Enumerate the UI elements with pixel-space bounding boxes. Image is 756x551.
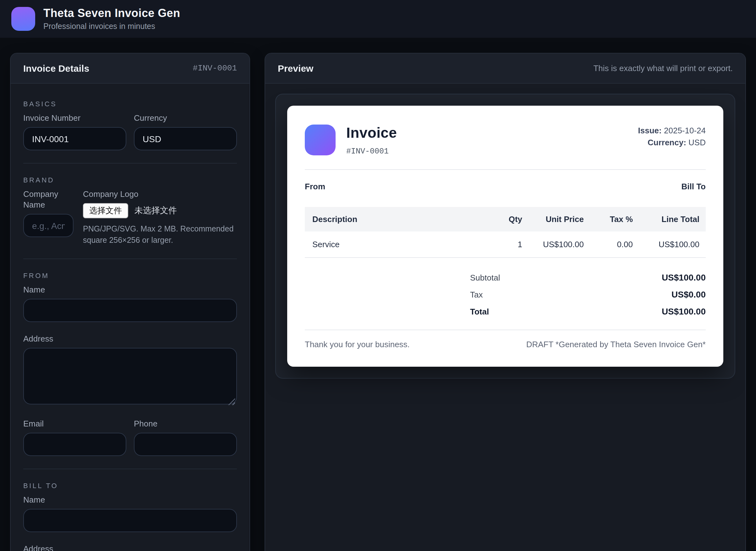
table-header-row: Description Qty Unit Price Tax % Line To… — [305, 207, 706, 231]
invoice-doc-header: Invoice #INV-0001 Issue: 2025-10-24 Curr… — [305, 124, 706, 156]
from-phone-input[interactable] — [134, 433, 237, 456]
from-contact-grid: Email Phone — [23, 418, 237, 456]
invoice-details-header: Invoice Details #INV-0001 — [11, 53, 249, 84]
invoice-logo-icon — [305, 124, 336, 155]
from-name-group: Name — [23, 284, 237, 322]
invoice-number-label: Invoice Number — [23, 113, 126, 123]
main-content: Invoice Details #INV-0001 BASICS Invoice… — [0, 38, 756, 551]
preview-stage: Invoice #INV-0001 Issue: 2025-10-24 Curr… — [275, 94, 735, 379]
brand-grid: Company Name Company Logo 选择文件 未选择文件 PNG… — [23, 189, 237, 246]
col-tax: Tax % — [590, 207, 639, 231]
col-qty: Qty — [490, 207, 529, 231]
invoice-footer-draft: DRAFT *Generated by Theta Seven Invoice … — [526, 340, 706, 349]
from-email-label: Email — [23, 418, 126, 429]
invoice-details-body: BASICS Invoice Number Currency BRAND — [11, 84, 249, 551]
file-upload-control: 选择文件 未选择文件 — [83, 203, 237, 218]
no-file-selected-text: 未选择文件 — [134, 205, 177, 216]
currency-label: Currency — [134, 113, 237, 123]
logo-upload-hint: PNG/JPG/SVG. Max 2 MB. Recommended squar… — [83, 223, 237, 246]
section-label-basics: BASICS — [23, 100, 237, 107]
col-unit-price: Unit Price — [529, 207, 590, 231]
from-address-label: Address — [23, 333, 237, 344]
subtotal-label: Subtotal — [470, 273, 586, 282]
from-name-label: Name — [23, 284, 237, 295]
invoice-totals: Subtotal US$100.00 Tax US$0.00 Total US$… — [305, 268, 706, 320]
choose-file-button[interactable]: 选择文件 — [83, 203, 128, 218]
from-phone-group: Phone — [134, 418, 237, 456]
invoice-divider — [305, 169, 706, 170]
divider — [23, 258, 237, 259]
invoice-details-panel: Invoice Details #INV-0001 BASICS Invoice… — [10, 53, 250, 551]
invoice-title-block: Invoice #INV-0001 — [346, 124, 397, 156]
currency-meta-value: USD — [688, 138, 706, 147]
preview-header: Preview This is exactly what will print … — [265, 53, 745, 84]
invoice-number-input[interactable] — [23, 127, 126, 150]
app-header-text: Theta Seven Invoice Gen Professional inv… — [43, 7, 180, 31]
invoice-ref-badge: #INV-0001 — [193, 63, 237, 73]
cell-line-total: US$100.00 — [639, 231, 706, 257]
from-phone-label: Phone — [134, 418, 237, 429]
basics-grid: Invoice Number Currency — [23, 113, 237, 150]
total-row: Total US$100.00 — [305, 303, 706, 320]
bill-to-address-label: Address — [23, 543, 237, 551]
divider — [23, 469, 237, 469]
invoice-issue-line: Issue: 2025-10-24 — [638, 124, 706, 136]
issue-label: Issue: — [638, 126, 662, 135]
col-line-total: Line Total — [639, 207, 706, 231]
issue-date: 2025-10-24 — [664, 126, 706, 135]
invoice-footer-note: Thank you for your business. — [305, 340, 410, 349]
section-label-bill-to: BILL TO — [23, 482, 237, 489]
total-value: US$100.00 — [586, 306, 706, 316]
invoice-footer-divider — [305, 330, 706, 330]
invoice-parties-row: From Bill To — [305, 182, 706, 191]
invoice-doc-title: Invoice — [346, 124, 397, 141]
currency-meta-label: Currency: — [648, 138, 686, 147]
app-title: Theta Seven Invoice Gen — [43, 7, 180, 20]
invoice-document: Invoice #INV-0001 Issue: 2025-10-24 Curr… — [287, 106, 723, 367]
company-name-group: Company Name — [23, 189, 74, 246]
invoice-from-label: From — [305, 182, 325, 191]
section-label-brand: BRAND — [23, 176, 237, 184]
preview-body: Invoice #INV-0001 Issue: 2025-10-24 Curr… — [265, 84, 745, 389]
app-root: Theta Seven Invoice Gen Professional inv… — [0, 0, 756, 551]
tax-value: US$0.00 — [586, 289, 706, 299]
preview-panel: Preview This is exactly what will print … — [265, 53, 746, 551]
cell-unit-price: US$100.00 — [529, 231, 590, 257]
from-name-input[interactable] — [23, 299, 237, 322]
cell-tax: 0.00 — [590, 231, 639, 257]
from-email-group: Email — [23, 418, 126, 456]
app-subtitle: Professional invoices in minutes — [43, 22, 180, 31]
tax-label: Tax — [470, 290, 586, 299]
col-description: Description — [305, 207, 490, 231]
subtotal-row: Subtotal US$100.00 — [305, 268, 706, 286]
company-logo-group: Company Logo 选择文件 未选择文件 PNG/JPG/SVG. Max… — [83, 189, 237, 246]
cell-qty: 1 — [490, 231, 529, 257]
invoice-footer: Thank you for your business. DRAFT *Gene… — [305, 340, 706, 349]
invoice-bill-to-label: Bill To — [681, 182, 706, 191]
bill-to-name-input[interactable] — [23, 509, 237, 532]
app-logo-icon — [11, 7, 35, 31]
invoice-details-title: Invoice Details — [23, 63, 89, 74]
from-email-input[interactable] — [23, 433, 126, 456]
preview-note: This is exactly what will print or expor… — [593, 63, 733, 73]
company-name-label: Company Name — [23, 189, 74, 210]
invoice-currency-line: Currency: USD — [638, 136, 706, 148]
invoice-brand-block: Invoice #INV-0001 — [305, 124, 397, 156]
table-row: Service 1 US$100.00 0.00 US$100.00 — [305, 231, 706, 257]
company-logo-label: Company Logo — [83, 189, 237, 199]
total-label: Total — [470, 307, 586, 316]
invoice-line-items-table: Description Qty Unit Price Tax % Line To… — [305, 207, 706, 258]
divider — [23, 163, 237, 163]
section-label-from: FROM — [23, 272, 237, 279]
from-address-textarea[interactable] — [23, 348, 237, 405]
invoice-number-group: Invoice Number — [23, 113, 126, 150]
company-name-input[interactable] — [23, 214, 74, 237]
invoice-meta-block: Issue: 2025-10-24 Currency: USD — [638, 124, 706, 156]
preview-title: Preview — [278, 63, 313, 74]
currency-group: Currency — [134, 113, 237, 150]
cell-description: Service — [305, 231, 490, 257]
bill-to-name-group: Name — [23, 494, 237, 532]
app-header: Theta Seven Invoice Gen Professional inv… — [0, 0, 756, 38]
currency-input[interactable] — [134, 127, 237, 150]
bill-to-address-group: Address — [23, 543, 237, 551]
